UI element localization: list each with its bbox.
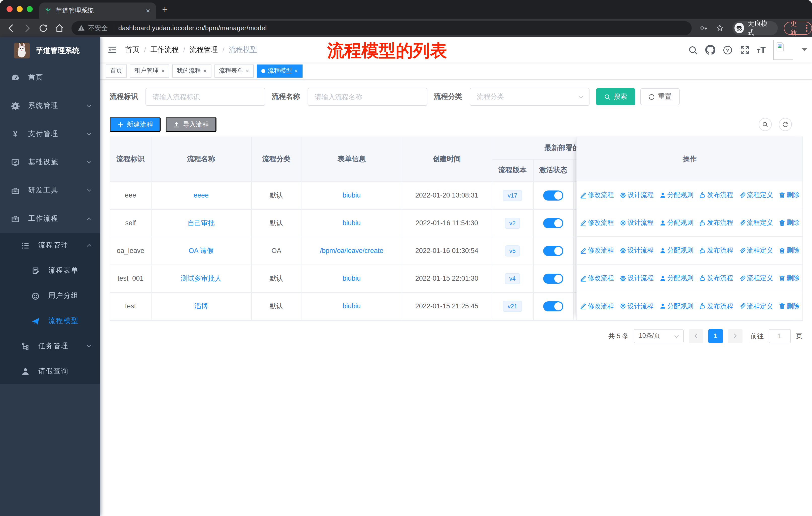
- close-icon[interactable]: ×: [246, 67, 249, 74]
- modify-process-link[interactable]: 修改流程: [580, 246, 614, 255]
- forward-icon[interactable]: [22, 23, 32, 33]
- prev-page-button[interactable]: [689, 329, 703, 343]
- delete-link[interactable]: 删除: [779, 190, 800, 199]
- zoom-window-button[interactable]: [27, 6, 33, 12]
- publish-process-link[interactable]: 发布流程: [699, 218, 733, 227]
- delete-link[interactable]: 删除: [779, 302, 800, 311]
- design-process-link[interactable]: 设计流程: [619, 190, 654, 199]
- process-name-link[interactable]: OA 请假: [188, 247, 213, 254]
- process-category-select[interactable]: 流程分类: [470, 88, 589, 106]
- modify-process-link[interactable]: 修改流程: [580, 274, 614, 283]
- process-name-link[interactable]: eeee: [194, 191, 209, 199]
- home-icon[interactable]: [54, 23, 64, 33]
- close-window-button[interactable]: [6, 6, 12, 12]
- form-info-link[interactable]: biubiu: [343, 302, 361, 310]
- design-process-link[interactable]: 设计流程: [619, 302, 654, 311]
- close-icon[interactable]: ×: [203, 67, 207, 74]
- tag-process-model-active[interactable]: 流程模型 ×: [257, 64, 302, 77]
- form-info-link[interactable]: biubiu: [343, 219, 361, 227]
- tab-close-icon[interactable]: ×: [145, 6, 151, 15]
- design-process-link[interactable]: 设计流程: [619, 274, 654, 283]
- bookmark-star-icon[interactable]: [716, 24, 723, 32]
- process-definition-link[interactable]: 流程定义: [739, 218, 773, 227]
- breadcrumb-workflow[interactable]: 工作流程: [150, 45, 179, 54]
- search-icon[interactable]: [688, 45, 698, 55]
- user-caret-down-icon[interactable]: [802, 48, 807, 51]
- process-name-link[interactable]: 测试多审批人: [181, 274, 222, 282]
- back-icon[interactable]: [6, 23, 16, 33]
- process-name-input[interactable]: [308, 88, 427, 106]
- delete-link[interactable]: 删除: [779, 246, 800, 255]
- sidebar-item-process-model[interactable]: 流程模型: [0, 308, 100, 333]
- new-tab-button[interactable]: +: [162, 4, 168, 15]
- update-browser-button[interactable]: 更新: [784, 21, 812, 34]
- assign-rule-link[interactable]: 分配规则: [659, 190, 693, 199]
- font-size-icon[interactable]: TT: [757, 46, 766, 54]
- page-size-select[interactable]: 10条/页: [634, 329, 684, 343]
- active-status-toggle[interactable]: [543, 273, 563, 283]
- publish-process-link[interactable]: 发布流程: [699, 246, 733, 255]
- assign-rule-link[interactable]: 分配规则: [659, 246, 693, 255]
- security-chip[interactable]: 不安全: [78, 23, 108, 32]
- reload-icon[interactable]: [38, 23, 48, 33]
- tag-tenant[interactable]: 租户管理 ×: [130, 64, 169, 77]
- show-search-button[interactable]: [759, 118, 772, 131]
- design-process-link[interactable]: 设计流程: [619, 246, 654, 255]
- sidebar-item-workflow[interactable]: 工作流程: [0, 205, 100, 233]
- active-status-toggle[interactable]: [543, 301, 563, 311]
- create-process-button[interactable]: 新建流程: [110, 117, 161, 132]
- assign-rule-link[interactable]: 分配规则: [659, 302, 693, 311]
- sidebar-item-leave-query[interactable]: 请假查询: [0, 359, 100, 384]
- next-page-button[interactable]: [728, 329, 743, 343]
- process-definition-link[interactable]: 流程定义: [739, 302, 773, 311]
- page-number-current[interactable]: 1: [708, 329, 723, 343]
- process-definition-link[interactable]: 流程定义: [739, 246, 773, 255]
- sidebar-item-infrastructure[interactable]: 基础设施: [0, 148, 100, 176]
- import-process-button[interactable]: 导入流程: [166, 117, 216, 132]
- modify-process-link[interactable]: 修改流程: [580, 218, 614, 227]
- app-logo[interactable]: 芋道管理系统: [0, 39, 100, 61]
- active-status-toggle[interactable]: [543, 190, 563, 200]
- goto-page-input[interactable]: [769, 329, 791, 343]
- modify-process-link[interactable]: 修改流程: [580, 302, 614, 311]
- modify-process-link[interactable]: 修改流程: [580, 190, 614, 199]
- close-icon[interactable]: ×: [294, 67, 298, 74]
- close-icon[interactable]: ×: [161, 67, 165, 74]
- password-key-icon[interactable]: [700, 24, 707, 32]
- tag-my-process[interactable]: 我的流程 ×: [172, 64, 211, 77]
- active-status-toggle[interactable]: [543, 218, 563, 228]
- assign-rule-link[interactable]: 分配规则: [659, 274, 693, 283]
- address-bar[interactable]: 不安全 dashboard.yudao.iocoder.cn/bpm/manag…: [71, 21, 692, 35]
- refresh-table-button[interactable]: [779, 118, 792, 131]
- delete-link[interactable]: 删除: [779, 218, 800, 227]
- breadcrumb-process-management[interactable]: 流程管理: [190, 45, 218, 54]
- process-key-input[interactable]: [145, 88, 265, 106]
- process-definition-link[interactable]: 流程定义: [739, 190, 773, 199]
- process-name-link[interactable]: 自己审批: [187, 219, 215, 226]
- sidebar-item-process-management[interactable]: 流程管理: [0, 233, 100, 258]
- delete-link[interactable]: 删除: [779, 274, 800, 283]
- sidebar-item-task-management[interactable]: 任务管理: [0, 333, 100, 359]
- browser-tab[interactable]: 芋道管理系统 ×: [39, 2, 156, 19]
- sidebar-item-payment[interactable]: ¥ 支付管理: [0, 120, 100, 148]
- reset-button[interactable]: 重置: [640, 88, 679, 105]
- publish-process-link[interactable]: 发布流程: [699, 190, 733, 199]
- fullscreen-icon[interactable]: [740, 45, 750, 55]
- form-info-link[interactable]: biubiu: [343, 275, 361, 282]
- help-icon[interactable]: [723, 45, 732, 55]
- tag-process-form[interactable]: 流程表单 ×: [214, 64, 254, 77]
- assign-rule-link[interactable]: 分配规则: [659, 218, 693, 227]
- sidebar-item-devtools[interactable]: 研发工具: [0, 176, 100, 205]
- active-status-toggle[interactable]: [543, 246, 563, 256]
- browser-menu-icon[interactable]: [806, 24, 808, 31]
- process-name-link[interactable]: 滔博: [194, 302, 208, 310]
- sidebar-item-user-group[interactable]: 用户分组: [0, 283, 100, 308]
- minimize-window-button[interactable]: [17, 6, 23, 12]
- breadcrumb-home[interactable]: 首页: [125, 45, 140, 54]
- form-info-link[interactable]: /bpm/oa/leave/create: [320, 247, 383, 254]
- avatar[interactable]: [773, 40, 793, 60]
- publish-process-link[interactable]: 发布流程: [699, 302, 733, 311]
- github-icon[interactable]: [705, 45, 715, 55]
- publish-process-link[interactable]: 发布流程: [699, 274, 733, 283]
- sidebar-item-system[interactable]: 系统管理: [0, 92, 100, 120]
